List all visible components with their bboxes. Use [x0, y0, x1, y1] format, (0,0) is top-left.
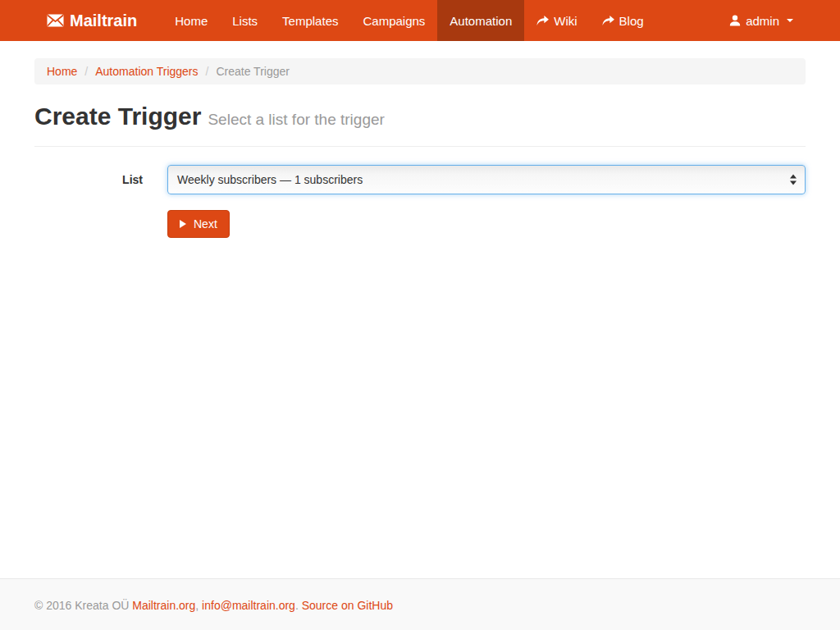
nav-item-campaigns[interactable]: Campaigns [350, 0, 437, 41]
nav-label: Home [175, 14, 208, 28]
brand-link[interactable]: Mailtrain [34, 0, 149, 41]
list-label: List [34, 165, 143, 194]
user-menu[interactable]: admin [717, 0, 806, 41]
nav-item-automation[interactable]: Automation [437, 0, 524, 41]
top-navbar: Mailtrain Home Lists Templates Campaigns… [0, 0, 840, 41]
nav-label: Automation [450, 14, 512, 28]
mailtrain-org-link[interactable]: Mailtrain.org [132, 599, 195, 612]
nav-label: Lists [232, 14, 258, 28]
breadcrumb-separator: / [206, 65, 209, 78]
breadcrumb-automation-triggers-link[interactable]: Automation Triggers [95, 65, 198, 78]
brand-label: Mailtrain [70, 11, 137, 30]
play-icon [180, 220, 186, 228]
breadcrumb: Home / Automation Triggers / Create Trig… [34, 58, 806, 84]
list-select[interactable]: Weekly subscribers — 1 subscribers [167, 165, 806, 194]
user-label: admin [746, 14, 779, 28]
page-header: Create TriggerSelect a list for the trig… [34, 103, 806, 147]
select-arrows-icon [790, 175, 797, 185]
main-content: Home / Automation Triggers / Create Trig… [0, 41, 840, 578]
envelope-icon [47, 14, 64, 27]
share-icon [602, 16, 614, 26]
user-icon [729, 15, 741, 26]
footer: © 2016 Kreata OÜ Mailtrain.org, info@mai… [0, 578, 840, 630]
share-icon [536, 16, 549, 26]
next-button-label: Next [194, 217, 217, 231]
main-nav: Home Lists Templates Campaigns Automatio… [162, 0, 655, 41]
page-subtitle: Select a list for the trigger [208, 111, 384, 128]
breadcrumb-separator: / [84, 65, 88, 78]
breadcrumb-current: Create Trigger [216, 65, 289, 78]
nav-item-blog[interactable]: Blog [590, 0, 656, 41]
nav-label: Campaigns [363, 14, 425, 28]
nav-label: Blog [619, 14, 644, 28]
create-trigger-form: List Weekly subscribers — 1 subscribers … [34, 165, 806, 238]
nav-label: Templates [282, 14, 338, 28]
nav-item-wiki[interactable]: Wiki [524, 0, 589, 41]
breadcrumb-home-link[interactable]: Home [47, 65, 77, 78]
copyright-text: © 2016 Kreata OÜ [34, 599, 129, 612]
nav-label: Wiki [554, 14, 577, 28]
github-source-link[interactable]: Source on GitHub [302, 599, 393, 612]
next-button[interactable]: Next [167, 210, 230, 238]
footer-separator: , [195, 599, 199, 612]
page-title: Create Trigger [34, 103, 201, 130]
chevron-down-icon [787, 19, 793, 22]
nav-item-home[interactable]: Home [162, 0, 220, 41]
list-select-value: Weekly subscribers — 1 subscribers [177, 173, 363, 186]
footer-separator: . [295, 599, 299, 612]
nav-item-lists[interactable]: Lists [220, 0, 270, 41]
email-link[interactable]: info@mailtrain.org [202, 599, 295, 612]
nav-item-templates[interactable]: Templates [270, 0, 350, 41]
